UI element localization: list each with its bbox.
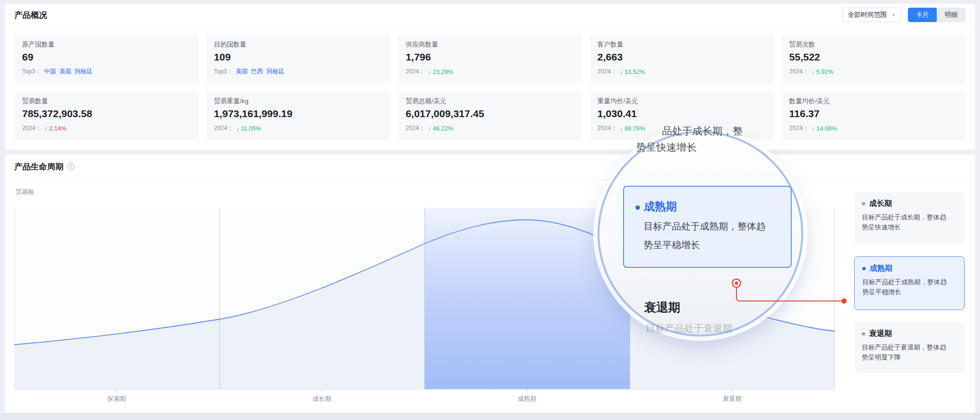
- stage-dot-icon: [862, 332, 865, 336]
- lifecycle-panel: 产品生命周期 ! 贸易额: [5, 155, 975, 413]
- time-range-select[interactable]: 全部时间范围 ∨: [842, 8, 901, 22]
- top3-link[interactable]: 美国: [236, 68, 248, 76]
- top3-label: Top3：: [214, 68, 233, 76]
- stage-description: 目标产品处于成熟期，整体趋势呈平稳增长: [862, 277, 951, 297]
- stat-card-origin-countries: 原产国数量 69 Top3： 中国美国阿根廷: [14, 34, 198, 84]
- magnified-decline-title: 衰退期: [644, 300, 680, 315]
- chevron-down-icon: ∨: [892, 12, 895, 17]
- stat-label: 原产国数量: [22, 40, 191, 49]
- yoy-year: 2024：: [22, 124, 41, 132]
- x-label-decline: 衰退期: [723, 395, 742, 402]
- yoy-delta: 13.52%: [620, 69, 645, 75]
- lifecycle-header-divider: [5, 179, 975, 180]
- yoy-year: 2024：: [598, 124, 617, 132]
- overview-title: 产品概况: [14, 10, 47, 21]
- stat-value: 69: [22, 51, 191, 63]
- lifecycle-title: 产品生命周期: [14, 161, 63, 172]
- stat-card-trade-weight: 贸易重量/kg 1,973,161,999.19 2024： 11.05%: [206, 91, 390, 140]
- stat-value: 1,796: [405, 51, 574, 63]
- stat-card-destination-countries: 目的国数量 109 Top3： 美国巴西阿根廷: [206, 34, 390, 84]
- magnifier-lens: 品处于成长期，整 势呈快速增长 成熟期 目标产品处于成熟期，整体趋势呈平稳增长 …: [598, 131, 803, 336]
- stat-label: 客户数量: [598, 40, 766, 49]
- stat-value: 1,030.41: [598, 108, 766, 120]
- stat-card-customers: 客户数量 2,663 2024： 13.52%: [590, 34, 774, 84]
- x-label-growth: 成长期: [313, 395, 331, 402]
- top3-link[interactable]: 中国: [44, 68, 56, 76]
- stat-card-trade-quantity: 贸易数量 785,372,903.58 2024： 2.14%: [14, 91, 198, 140]
- stage-dot-icon: [862, 267, 866, 270]
- stage-description: 目标产品处于衰退期，整体趋势呈明显下降: [862, 343, 951, 362]
- stat-value: 55,522: [789, 51, 958, 63]
- lifecycle-header: 产品生命周期 !: [5, 155, 975, 179]
- yoy-year: 2024：: [598, 68, 617, 76]
- stat-card-suppliers: 供应商数量 1,796 2024： 23.29%: [398, 34, 582, 84]
- stage-dot-icon: [636, 205, 640, 210]
- yoy-year: 2024：: [405, 68, 425, 76]
- x-label-exploration: 探索期: [107, 395, 126, 402]
- y-axis-title: 贸易额: [16, 188, 34, 196]
- stage-card-growth[interactable]: 成长期 目标产品处于成长期，整体趋势呈快速增长: [854, 192, 965, 244]
- yoy-year: 2024：: [405, 124, 425, 132]
- top3-link[interactable]: 巴西: [251, 68, 263, 76]
- stage-card-maturity[interactable]: 成熟期 目标产品处于成熟期，整体趋势呈平稳增长: [854, 256, 965, 310]
- yoy-delta: 68.76%: [620, 125, 645, 132]
- stat-card-trade-count: 贸易次数 55,522 2024： 5.92%: [782, 34, 966, 84]
- stat-card-trade-total-usd: 贸易总额/美元 6,017,009,317.45 2024： 46.22%: [398, 91, 582, 140]
- stat-label: 数量均价/美元: [789, 97, 958, 106]
- stage-title: 成熟期: [870, 264, 893, 274]
- yoy-year: 2024：: [789, 124, 808, 132]
- view-card-button[interactable]: 卡片: [908, 8, 937, 22]
- stat-value: 1,973,161,999.19: [214, 108, 382, 120]
- magnified-growth-text-fragment: 品处于成长期，整: [662, 124, 743, 138]
- magnified-maturity-card: 成熟期 目标产品处于成熟期，整体趋势呈平稳增长: [623, 186, 792, 268]
- yoy-delta: 23.29%: [428, 69, 453, 75]
- magnified-stage-description: 目标产品处于成熟期，整体趋势呈平稳增长: [644, 217, 771, 254]
- yoy-delta: 46.22%: [428, 125, 453, 132]
- yoy-year: 2024：: [214, 124, 233, 132]
- magnified-growth-text-fragment: 势呈快速增长: [636, 141, 697, 154]
- info-icon[interactable]: !: [67, 163, 74, 170]
- stat-card-quantity-avg-price: 数量均价/美元 116.37 2024： 14.08%: [782, 91, 966, 140]
- stat-label: 贸易总额/美元: [405, 97, 574, 106]
- stat-value: 109: [214, 51, 382, 63]
- stat-label: 供应商数量: [405, 40, 574, 49]
- top3-label: Top3：: [22, 68, 41, 76]
- magnified-stage-title: 成熟期: [644, 199, 677, 214]
- overview-header: 产品概况 全部时间范围 ∨ 卡片 明细: [5, 4, 975, 26]
- stat-value: 785,372,903.58: [22, 108, 191, 120]
- stat-value: 6,017,009,317.45: [405, 108, 574, 120]
- stat-label: 贸易次数: [789, 40, 958, 49]
- stat-label: 贸易重量/kg: [214, 97, 382, 106]
- stat-cards-grid: 原产国数量 69 Top3： 中国美国阿根廷 目的国数量 109 Top3： 美…: [14, 34, 966, 140]
- stat-label: 贸易数量: [22, 97, 191, 106]
- yoy-year: 2024：: [789, 68, 808, 76]
- stat-value: 2,663: [598, 51, 766, 63]
- top3-link[interactable]: 美国: [60, 68, 72, 76]
- stage-description: 目标产品处于成长期，整体趋势呈快速增长: [862, 213, 951, 232]
- view-toggle: 卡片 明细: [908, 8, 966, 22]
- time-range-value: 全部时间范围: [848, 11, 887, 19]
- yoy-delta: 2.14%: [44, 125, 66, 132]
- stage-dot-icon: [862, 202, 865, 205]
- stage-title: 成长期: [869, 199, 892, 209]
- stat-value: 116.37: [789, 108, 958, 120]
- view-detail-button[interactable]: 明细: [937, 8, 966, 22]
- stat-label: 目的国数量: [214, 40, 382, 49]
- yoy-delta: 14.08%: [811, 125, 837, 132]
- stage-card-decline[interactable]: 衰退期 目标产品处于衰退期，整体趋势呈明显下降: [854, 322, 965, 373]
- yoy-delta: 11.05%: [236, 125, 261, 132]
- yoy-delta: 5.92%: [811, 69, 833, 75]
- x-label-maturity: 成熟期: [518, 395, 537, 402]
- stat-label: 重量均价/美元: [598, 97, 766, 106]
- product-overview-panel: 产品概况 全部时间范围 ∨ 卡片 明细 原产国数量 69 Top3： 中国美国阿…: [5, 4, 975, 150]
- dashboard-page: { "overview": { "title": "产品概况", "time_f…: [0, 0, 980, 420]
- top3-link[interactable]: 阿根廷: [75, 68, 93, 76]
- magnified-decline-text-fragment: 目标产品处于衰退期: [646, 322, 732, 334]
- stage-title: 衰退期: [869, 329, 892, 339]
- top3-link[interactable]: 阿根廷: [267, 68, 285, 76]
- overview-header-divider: [5, 26, 975, 26]
- page-bottom-margin: [0, 413, 980, 420]
